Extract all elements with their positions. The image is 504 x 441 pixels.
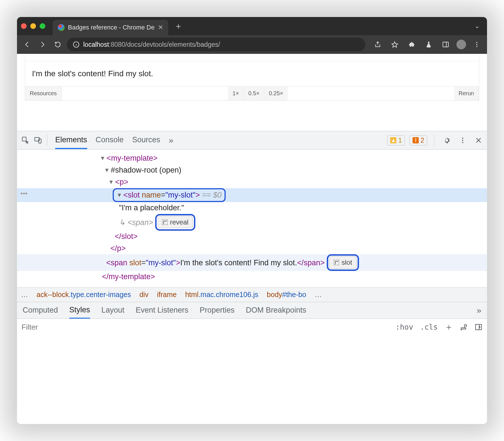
extensions-icon[interactable] <box>405 38 418 51</box>
subtab-styles[interactable]: Styles <box>69 306 90 319</box>
traffic-lights <box>21 23 45 29</box>
device-toggle-icon[interactable] <box>32 135 44 146</box>
tabs-dropdown-icon[interactable]: ⌄ <box>475 22 483 30</box>
url-host: localhost <box>83 41 109 48</box>
reload-button[interactable] <box>52 38 64 51</box>
zoom-05x-button[interactable]: 0.5× <box>244 86 264 100</box>
maximize-window-icon[interactable] <box>40 23 45 29</box>
new-style-rule-icon[interactable]: ＋ <box>445 321 453 333</box>
paint-brush-icon[interactable] <box>460 323 468 331</box>
info-icon[interactable] <box>72 41 80 48</box>
slot-badge[interactable]: slot <box>329 256 356 268</box>
warnings-badge[interactable]: ▲1 <box>387 135 405 145</box>
slot-icon <box>334 260 339 265</box>
devtools-header: Elements Console Sources » ▲1 !2 <box>17 131 487 150</box>
settings-gear-icon[interactable] <box>441 135 452 146</box>
window-titlebar: Badges reference - Chrome De ✕ ＋ ⌄ <box>17 17 487 35</box>
tab-title: Badges reference - Chrome De <box>68 24 155 31</box>
browser-menu-icon[interactable] <box>471 38 483 51</box>
devtools-menu-icon[interactable] <box>457 135 468 146</box>
breadcrumb-item[interactable]: body#the-bo <box>267 291 306 299</box>
tabs-overflow-icon[interactable]: » <box>169 135 174 145</box>
resources-button[interactable]: Resources <box>25 86 62 100</box>
minimize-window-icon[interactable] <box>30 23 36 29</box>
breadcrumb-overflow-left[interactable]: … <box>21 291 28 299</box>
tab-console[interactable]: Console <box>96 135 124 145</box>
zoom-1x-button[interactable]: 1× <box>228 86 244 100</box>
subtab-properties[interactable]: Properties <box>200 306 234 315</box>
page-content: I'm the slot's content! Find my slot. Re… <box>17 54 487 131</box>
reveal-icon <box>162 219 168 225</box>
cls-toggle[interactable]: .cls <box>420 323 438 331</box>
dom-breadcrumb[interactable]: … ack--blockack--block.type.center-image… <box>17 287 487 302</box>
styles-subtabs: Computed Styles Layout Event Listeners P… <box>17 302 487 319</box>
browser-tab[interactable]: Badges reference - Chrome De ✕ <box>53 20 168 35</box>
address-bar[interactable]: localhost:8080/docs/devtools/elements/ba… <box>67 38 365 51</box>
dom-tree-panel: ▼<my-template> ▼#shadow-root (open) ▼<p>… <box>17 150 487 287</box>
subtab-computed[interactable]: Computed <box>23 306 58 315</box>
subtab-dom-breakpoints[interactable]: DOM Breakpoints <box>246 306 306 315</box>
dom-node-selected-slot[interactable]: ••• ▼<slot name="my-slot"> == $0 <box>17 188 487 202</box>
dom-text-node[interactable]: "I'm a placeholder." <box>17 202 487 214</box>
svg-point-2 <box>476 42 477 43</box>
svg-point-9 <box>462 140 463 141</box>
dom-slotted-span[interactable]: <span slot="my-slot">I'm the slot's cont… <box>17 254 487 271</box>
svg-point-3 <box>476 44 477 45</box>
new-tab-button[interactable]: ＋ <box>172 20 185 32</box>
toggle-computed-sidebar-icon[interactable] <box>475 323 482 331</box>
zoom-025x-button[interactable]: 0.25× <box>264 86 288 100</box>
back-button[interactable] <box>21 38 33 51</box>
dom-node[interactable]: </my-template> <box>17 271 487 283</box>
share-icon[interactable] <box>371 38 384 51</box>
breadcrumb-overflow-right[interactable]: … <box>315 291 322 299</box>
errors-badge[interactable]: !2 <box>409 135 427 145</box>
subtab-event-listeners[interactable]: Event Listeners <box>136 306 188 315</box>
inspect-element-icon[interactable] <box>20 135 31 146</box>
reveal-badge[interactable]: reveal <box>158 216 193 228</box>
labs-icon[interactable] <box>422 38 435 51</box>
breadcrumb-item[interactable]: div <box>139 291 148 299</box>
close-window-icon[interactable] <box>21 23 27 29</box>
browser-toolbar: localhost:8080/docs/devtools/elements/ba… <box>17 35 487 54</box>
tab-sources[interactable]: Sources <box>132 135 160 145</box>
svg-rect-1 <box>443 42 449 47</box>
sidepanel-icon[interactable] <box>439 38 452 51</box>
subtab-layout[interactable]: Layout <box>101 306 124 315</box>
url-path: /docs/devtools/elements/badges/ <box>125 41 220 48</box>
dom-node[interactable]: </slot> <box>17 231 487 243</box>
page-demo-text: I'm the slot's content! Find my slot. <box>25 61 479 86</box>
subtabs-overflow-icon[interactable]: » <box>477 306 481 315</box>
svg-point-10 <box>462 142 463 143</box>
styles-filter-input[interactable] <box>22 323 78 332</box>
close-devtools-icon[interactable] <box>473 135 484 146</box>
dom-span-reveal[interactable]: ↳ <span> reveal <box>17 214 487 230</box>
breadcrumb-item[interactable]: iframe <box>157 291 176 299</box>
profile-avatar-icon[interactable] <box>456 40 466 49</box>
hov-toggle[interactable]: :hov <box>396 323 413 331</box>
dom-node[interactable]: ▼<p> <box>17 176 487 188</box>
rerun-button[interactable]: Rerun <box>454 86 479 100</box>
svg-point-8 <box>462 137 463 139</box>
dom-node[interactable]: ▼#shadow-root (open) <box>17 164 487 176</box>
url-port: :8080 <box>109 41 125 48</box>
dom-node[interactable]: </p> <box>17 243 487 255</box>
breadcrumb-item[interactable]: html.mac.chrome106.js <box>185 291 258 299</box>
bookmark-icon[interactable] <box>388 38 401 51</box>
forward-button[interactable] <box>36 38 49 51</box>
tab-elements[interactable]: Elements <box>55 135 87 149</box>
svg-rect-5 <box>22 137 26 141</box>
svg-point-4 <box>476 46 477 47</box>
close-tab-icon[interactable]: ✕ <box>158 24 163 31</box>
chrome-favicon-icon <box>58 24 65 31</box>
dom-node[interactable]: ▼<my-template> <box>17 152 487 164</box>
styles-filter-row: :hov .cls ＋ <box>17 319 487 336</box>
